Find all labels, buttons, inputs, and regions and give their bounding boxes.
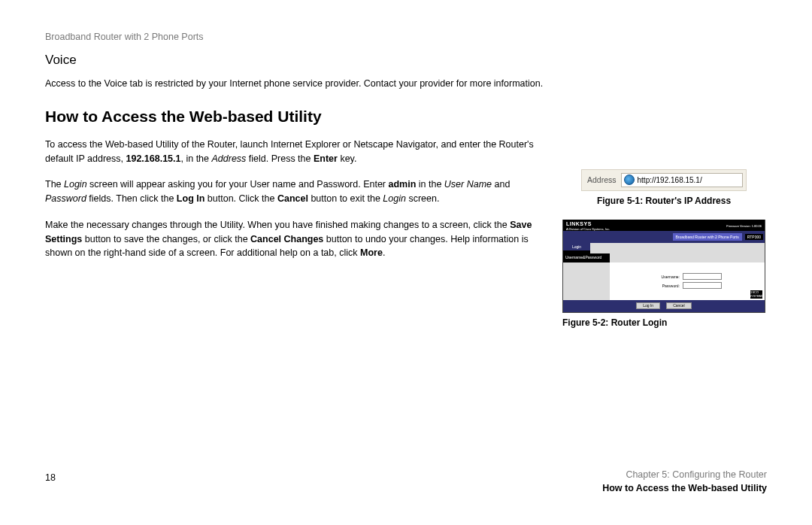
voice-heading: Voice (45, 53, 767, 68)
footer-section: How to Access the Web-based Utility (602, 482, 767, 496)
text: button. Click the (205, 193, 277, 204)
cisco-logo: CISCO SYSTEMS (750, 290, 762, 299)
password-label: Password: (653, 284, 680, 288)
login-btn-word: Log In (177, 193, 205, 204)
doc-title: Broadband Router with 2 Phone Ports (45, 32, 767, 42)
left-column: To access the Web-based Utility of the R… (45, 138, 541, 328)
username-word: User Name (444, 179, 492, 190)
text: , in the (180, 153, 211, 164)
text: . (383, 247, 385, 258)
login-word: Login (64, 179, 87, 190)
right-column: Address http://192.168.15.1/ Figure 5-1:… (562, 138, 765, 328)
text: fields. Then click the (86, 193, 177, 204)
login-header-black: LINKSYS A Division of Cisco Systems, Inc… (562, 220, 765, 231)
product-label: Broadband Router with 2 Phone Ports (673, 233, 742, 241)
login-blue-bar: Broadband Router with 2 Phone Ports RTP3… (562, 231, 765, 243)
login-screen-word: Login (383, 193, 406, 204)
howto-p1: To access the Web-based Utility of the R… (45, 138, 541, 166)
figure-5-1-caption: Figure 5-1: Router's IP Address (562, 196, 765, 206)
brand-label: LINKSYS (566, 221, 592, 226)
text: button to exit the (308, 193, 383, 204)
text: and (492, 179, 510, 190)
ip-address: 192.168.15.1 (126, 153, 180, 164)
more-word: More (360, 247, 383, 258)
address-field: Address (211, 153, 246, 164)
howto-p2: The Login screen will appear asking you … (45, 178, 541, 206)
footer-chapter: Chapter 5: Configuring the Router (602, 469, 767, 482)
username-label: Username: (653, 275, 680, 279)
text: field. Press the (246, 153, 314, 164)
voice-paragraph: Access to the Voice tab is restricted by… (45, 77, 767, 91)
password-input[interactable] (683, 282, 722, 289)
page-number: 18 (45, 472, 56, 483)
brand-sub: A Division of Cisco Systems, Inc. (566, 227, 610, 231)
ie-icon (624, 174, 635, 185)
howto-heading: How to Access the Web-based Utility (45, 108, 767, 126)
cancel-changes-word: Cancel Changes (250, 234, 323, 244)
login-footer: Log In Cancel (562, 300, 765, 313)
figure-5-2: LINKSYS A Division of Cisco Systems, Inc… (562, 220, 765, 313)
text: Make the necessary changes through the U… (45, 220, 510, 230)
howto-p3: Make the necessary changes through the U… (45, 218, 541, 260)
enter-key: Enter (314, 153, 338, 164)
cancel-button[interactable]: Cancel (666, 302, 692, 309)
text: screen. (406, 193, 439, 204)
username-input[interactable] (683, 273, 722, 280)
address-url: http://192.168.15.1/ (638, 176, 702, 184)
login-tab[interactable]: Login (563, 243, 590, 250)
admin-word: admin (389, 179, 417, 190)
figure-5-1: Address http://192.168.15.1/ (581, 169, 747, 191)
text: key. (338, 153, 356, 164)
text: screen will appear asking you for your U… (87, 179, 389, 190)
address-input[interactable]: http://192.168.15.1/ (621, 173, 743, 187)
section-label: Username&Password (563, 253, 610, 262)
password-word: Password (45, 193, 86, 204)
figure-5-2-caption: Figure 5-2: Router Login (562, 317, 765, 328)
text: button to save the changes, or click the (82, 234, 250, 244)
firmware-label: Firmware Version: 1.00.06 (726, 224, 762, 228)
text: The (45, 179, 64, 190)
address-bar-label: Address (585, 175, 619, 184)
text: in the (416, 179, 444, 190)
model-label: RTP300 (745, 234, 763, 240)
cancel-btn-word: Cancel (277, 193, 308, 204)
login-button[interactable]: Log In (636, 302, 660, 309)
address-bar: Address http://192.168.15.1/ (581, 169, 747, 191)
